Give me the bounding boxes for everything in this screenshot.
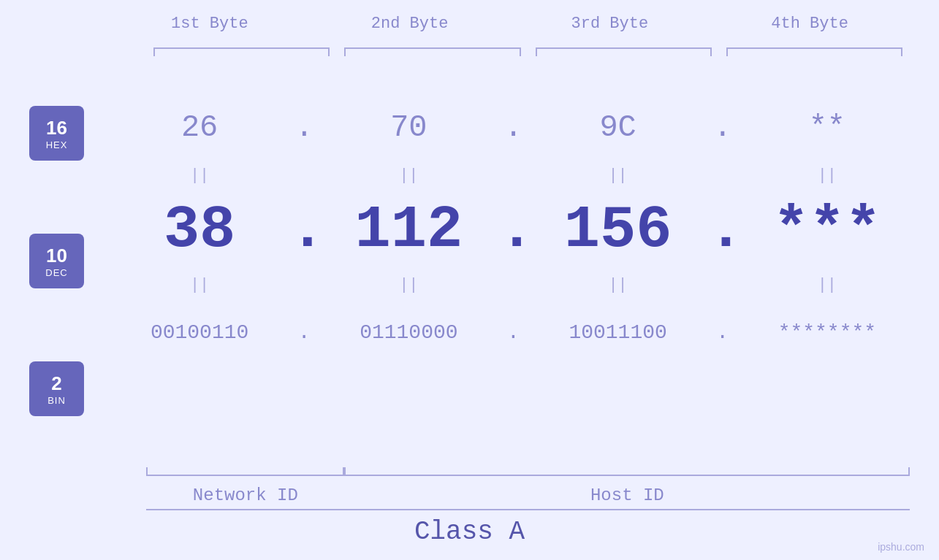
dot-bin-3: .: [708, 321, 737, 344]
dec-badge: 10 DEC: [29, 234, 84, 288]
content-grid: 26 . 70 . 9C . ** || || || || 38 . 112 .…: [110, 95, 917, 365]
top-brackets: [146, 47, 910, 56]
eq2-2: ||: [319, 276, 498, 294]
hex-val-4: **: [737, 110, 917, 145]
bin-row: 00100110 . 01110000 . 10011100 . *******…: [110, 299, 917, 365]
dec-val-4: ***: [737, 196, 917, 264]
dot-bin-2: .: [499, 321, 528, 344]
dot-hex-2: .: [499, 110, 528, 145]
hex-name: HEX: [46, 139, 68, 150]
bracket2: [344, 47, 520, 56]
dot-hex-1: .: [289, 110, 319, 145]
dec-val-2: 112: [319, 196, 498, 264]
bin-val-3: 10011100: [528, 321, 708, 344]
byte1-header: 1st Byte: [110, 15, 310, 33]
dot-dec-2: .: [499, 196, 528, 264]
hex-val-1: 26: [110, 110, 289, 145]
bin-name: BIN: [47, 395, 66, 406]
bin-val-1: 00100110: [110, 321, 289, 344]
bin-number: 2: [51, 372, 61, 395]
dot-dec-3: .: [708, 196, 737, 264]
eq1-1: ||: [110, 166, 289, 185]
byte-headers: 1st Byte 2nd Byte 3rd Byte 4th Byte: [110, 15, 910, 33]
dec-row: 38 . 112 . 156 . ***: [110, 190, 917, 270]
byte3-header: 3rd Byte: [510, 15, 710, 33]
eq-row-1: || || || ||: [110, 161, 917, 190]
eq1-4: ||: [737, 166, 917, 185]
bracket1: [153, 47, 330, 56]
dec-number: 10: [46, 245, 67, 267]
eq1-3: ||: [528, 166, 708, 185]
byte2-header: 2nd Byte: [310, 15, 510, 33]
eq2-1: ||: [110, 276, 289, 294]
hex-number: 16: [46, 117, 67, 139]
bottom-labels: Network ID Host ID: [146, 486, 910, 505]
dec-name: DEC: [45, 267, 67, 278]
main-container: 1st Byte 2nd Byte 3rd Byte 4th Byte 16 H…: [0, 0, 939, 560]
bottom-brackets: [146, 467, 910, 482]
bracket3: [536, 47, 712, 56]
watermark: ipshu.com: [878, 541, 924, 553]
bin-val-4: ********: [737, 321, 917, 344]
bottom-section: Network ID Host ID: [146, 467, 910, 505]
hex-val-2: 70: [319, 110, 498, 145]
bracket4: [726, 47, 902, 56]
dot-hex-3: .: [708, 110, 737, 145]
dot-bin-1: .: [289, 321, 319, 344]
dot-dec-1: .: [289, 196, 319, 264]
base-labels: 16 HEX 10 DEC 2 BIN: [29, 106, 84, 416]
network-bracket: [146, 467, 344, 476]
byte4-header: 4th Byte: [710, 15, 910, 33]
host-bracket: [344, 467, 910, 476]
eq-row-2: || || || ||: [110, 270, 917, 299]
hex-badge: 16 HEX: [29, 106, 84, 161]
network-id-label: Network ID: [146, 486, 345, 505]
bin-val-2: 01110000: [319, 321, 498, 344]
dec-val-1: 38: [110, 196, 289, 264]
eq2-4: ||: [737, 276, 917, 294]
class-label: Class A: [0, 517, 939, 547]
full-bottom-bracket: [146, 509, 910, 510]
host-id-label: Host ID: [345, 486, 910, 505]
hex-row: 26 . 70 . 9C . **: [110, 95, 917, 161]
dec-val-3: 156: [528, 196, 708, 264]
eq2-3: ||: [528, 276, 708, 294]
bin-badge: 2 BIN: [29, 361, 84, 416]
hex-val-3: 9C: [528, 110, 708, 145]
eq1-2: ||: [319, 166, 498, 185]
